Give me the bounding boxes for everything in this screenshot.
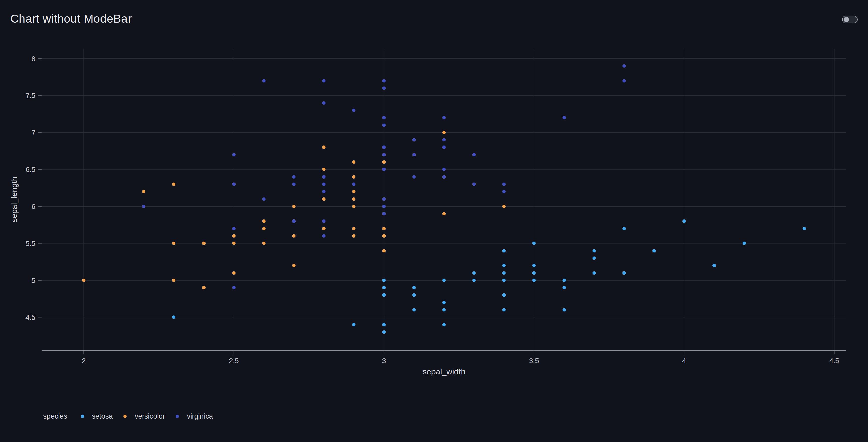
- data-point-setosa[interactable]: [412, 294, 416, 297]
- data-point-setosa[interactable]: [442, 301, 446, 304]
- data-point-virginica[interactable]: [442, 175, 446, 179]
- data-point-virginica[interactable]: [382, 86, 386, 90]
- data-point-setosa[interactable]: [532, 242, 536, 245]
- data-point-setosa[interactable]: [652, 249, 656, 253]
- data-point-versicolor[interactable]: [442, 212, 446, 216]
- data-point-setosa[interactable]: [592, 249, 596, 253]
- data-point-virginica[interactable]: [442, 168, 446, 171]
- data-point-versicolor[interactable]: [322, 227, 326, 230]
- data-point-versicolor[interactable]: [322, 168, 326, 171]
- data-point-setosa[interactable]: [442, 278, 446, 282]
- data-point-virginica[interactable]: [382, 205, 386, 208]
- data-point-versicolor[interactable]: [322, 146, 326, 149]
- data-point-versicolor[interactable]: [172, 278, 176, 282]
- data-point-setosa[interactable]: [472, 271, 476, 275]
- data-point-versicolor[interactable]: [232, 234, 236, 238]
- data-point-virginica[interactable]: [502, 190, 506, 194]
- data-point-versicolor[interactable]: [382, 160, 386, 164]
- data-point-setosa[interactable]: [562, 286, 566, 290]
- data-point-setosa[interactable]: [412, 308, 416, 312]
- data-point-setosa[interactable]: [562, 308, 566, 312]
- data-point-setosa[interactable]: [502, 278, 506, 282]
- data-point-setosa[interactable]: [622, 271, 626, 275]
- data-point-virginica[interactable]: [262, 79, 266, 83]
- data-point-setosa[interactable]: [562, 278, 566, 282]
- data-point-setosa[interactable]: [172, 316, 176, 319]
- data-point-setosa[interactable]: [472, 278, 476, 282]
- data-point-virginica[interactable]: [292, 183, 296, 186]
- data-point-setosa[interactable]: [382, 323, 386, 327]
- data-point-versicolor[interactable]: [292, 264, 296, 267]
- data-point-virginica[interactable]: [382, 123, 386, 127]
- data-point-virginica[interactable]: [262, 197, 266, 201]
- data-point-setosa[interactable]: [352, 323, 356, 327]
- data-point-versicolor[interactable]: [352, 160, 356, 164]
- data-point-versicolor[interactable]: [352, 190, 356, 194]
- scatter-plot[interactable]: 4.555.566.577.5822.533.544.5sepal_widths…: [0, 0, 868, 442]
- data-point-virginica[interactable]: [322, 101, 326, 105]
- legend-item-virginica[interactable]: virginica: [176, 412, 213, 420]
- data-point-virginica[interactable]: [232, 286, 236, 290]
- data-point-versicolor[interactable]: [352, 234, 356, 238]
- data-point-virginica[interactable]: [232, 227, 236, 230]
- data-point-versicolor[interactable]: [352, 197, 356, 201]
- data-point-virginica[interactable]: [412, 138, 416, 142]
- data-point-virginica[interactable]: [442, 138, 446, 142]
- data-point-versicolor[interactable]: [262, 227, 266, 230]
- data-point-virginica[interactable]: [322, 175, 326, 179]
- data-point-setosa[interactable]: [803, 227, 806, 230]
- data-point-virginica[interactable]: [232, 183, 236, 186]
- data-point-versicolor[interactable]: [352, 175, 356, 179]
- data-point-versicolor[interactable]: [262, 242, 266, 245]
- legend-item-versicolor[interactable]: versicolor: [123, 412, 165, 420]
- data-point-setosa[interactable]: [382, 294, 386, 297]
- data-point-setosa[interactable]: [712, 264, 716, 267]
- data-point-virginica[interactable]: [322, 219, 326, 223]
- data-point-virginica[interactable]: [382, 197, 386, 201]
- data-point-setosa[interactable]: [412, 286, 416, 290]
- data-point-setosa[interactable]: [592, 271, 596, 275]
- data-point-versicolor[interactable]: [172, 242, 176, 245]
- data-point-virginica[interactable]: [472, 183, 476, 186]
- data-point-setosa[interactable]: [592, 256, 596, 260]
- data-point-virginica[interactable]: [412, 175, 416, 179]
- data-point-virginica[interactable]: [382, 212, 386, 216]
- data-point-versicolor[interactable]: [352, 205, 356, 208]
- data-point-versicolor[interactable]: [262, 219, 266, 223]
- data-point-setosa[interactable]: [502, 271, 506, 275]
- legend-item-setosa[interactable]: setosa: [81, 412, 113, 420]
- data-point-virginica[interactable]: [442, 116, 446, 119]
- data-point-virginica[interactable]: [322, 79, 326, 83]
- data-point-versicolor[interactable]: [232, 242, 236, 245]
- data-point-setosa[interactable]: [502, 294, 506, 297]
- data-point-virginica[interactable]: [292, 175, 296, 179]
- data-point-setosa[interactable]: [442, 323, 446, 327]
- data-point-virginica[interactable]: [502, 183, 506, 186]
- data-point-setosa[interactable]: [743, 242, 746, 245]
- data-point-virginica[interactable]: [622, 79, 626, 83]
- data-point-versicolor[interactable]: [202, 286, 206, 290]
- data-point-virginica[interactable]: [232, 153, 236, 156]
- data-point-virginica[interactable]: [382, 79, 386, 83]
- data-point-virginica[interactable]: [292, 219, 296, 223]
- data-point-virginica[interactable]: [442, 146, 446, 149]
- data-point-setosa[interactable]: [532, 271, 536, 275]
- data-point-setosa[interactable]: [382, 278, 386, 282]
- data-point-virginica[interactable]: [412, 153, 416, 156]
- data-point-versicolor[interactable]: [502, 205, 506, 208]
- data-point-versicolor[interactable]: [292, 205, 296, 208]
- data-point-versicolor[interactable]: [382, 234, 386, 238]
- data-point-setosa[interactable]: [382, 286, 386, 290]
- data-point-setosa[interactable]: [502, 308, 506, 312]
- data-point-virginica[interactable]: [622, 64, 626, 68]
- data-point-virginica[interactable]: [352, 183, 356, 186]
- data-point-virginica[interactable]: [322, 234, 326, 238]
- data-point-versicolor[interactable]: [382, 227, 386, 230]
- data-point-setosa[interactable]: [382, 330, 386, 334]
- data-point-setosa[interactable]: [622, 227, 626, 230]
- data-point-virginica[interactable]: [472, 153, 476, 156]
- data-point-virginica[interactable]: [562, 116, 566, 119]
- data-point-virginica[interactable]: [382, 153, 386, 156]
- data-point-versicolor[interactable]: [232, 271, 236, 275]
- data-point-virginica[interactable]: [382, 168, 386, 171]
